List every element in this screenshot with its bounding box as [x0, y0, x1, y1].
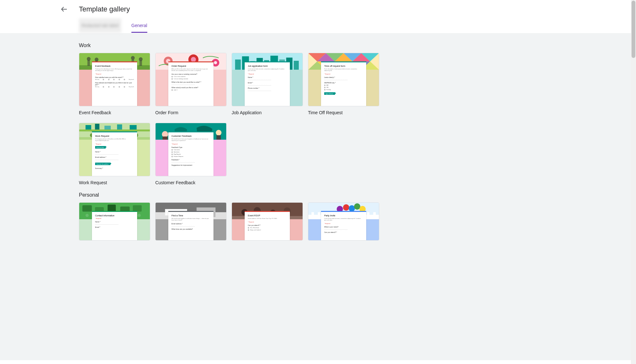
template-label: Order Form — [155, 110, 227, 115]
svg-rect-48 — [117, 124, 122, 130]
template-card-job-application[interactable]: Job application form Lorem ipsum dolor s… — [232, 53, 303, 115]
form-title: Event RSVP — [248, 214, 287, 217]
template-grid-personal: Contact information * Required Name * Em… — [79, 202, 379, 241]
svg-rect-60 — [82, 205, 92, 212]
svg-rect-47 — [104, 126, 111, 130]
svg-point-57 — [216, 130, 221, 136]
svg-point-85 — [349, 205, 355, 212]
template-card-contact-information[interactable]: Contact information * Required Name * Em… — [79, 202, 150, 241]
template-thumb: Party Invite Lorem ipsum dolor sit amet,… — [308, 202, 379, 241]
template-card-rsvp[interactable]: Event RSVP Event address: 123 Your Stree… — [232, 202, 303, 241]
template-card-work-request[interactable]: Work Request If emergency please call fa… — [79, 123, 150, 185]
svg-point-17 — [214, 61, 217, 64]
svg-rect-80 — [311, 212, 314, 219]
form-title: Party Invite — [324, 214, 363, 217]
tabs: Redacted tab label General — [0, 18, 636, 33]
svg-rect-82 — [367, 212, 369, 219]
content-area: Work — [0, 33, 636, 360]
svg-rect-49 — [130, 125, 137, 130]
back-arrow-icon[interactable] — [60, 5, 68, 13]
scrollbar-thumb[interactable] — [632, 1, 635, 58]
svg-rect-19 — [235, 60, 241, 70]
template-card-order-form[interactable]: Order Request After you fill out this or… — [155, 53, 227, 115]
svg-rect-45 — [86, 125, 91, 130]
template-card-party-invite[interactable]: Party Invite Lorem ipsum dolor sit amet,… — [308, 202, 379, 241]
section-title-personal: Personal — [79, 185, 379, 202]
template-thumb: Work Request If emergency please call fa… — [79, 123, 150, 176]
template-thumb: Event feedback Thank you for attending o… — [79, 53, 150, 106]
tab-general[interactable]: General — [131, 18, 147, 33]
svg-rect-58 — [216, 135, 221, 140]
svg-point-65 — [86, 214, 89, 217]
template-label: Job Application — [232, 110, 303, 115]
scrollbar[interactable] — [631, 0, 636, 360]
svg-rect-27 — [294, 61, 299, 70]
form-title: Work Request — [95, 135, 134, 137]
template-label: Time Off Request — [308, 110, 379, 115]
svg-rect-81 — [318, 212, 320, 219]
svg-rect-7 — [87, 60, 90, 66]
form-title: Order Request — [171, 65, 210, 67]
form-title: Event feedback — [95, 65, 134, 67]
template-label: Customer Feedback — [155, 180, 227, 185]
form-title: Find a Time — [171, 214, 210, 217]
template-thumb: Order Request After you fill out this or… — [155, 53, 227, 106]
template-label: Work Request — [79, 180, 150, 185]
template-thumb: Job application form Lorem ipsum dolor s… — [232, 53, 303, 106]
template-thumb: Find a Time We need to get together to t… — [155, 202, 227, 241]
template-label: Event Feedback — [79, 110, 150, 115]
section-title-work: Work — [79, 36, 379, 53]
svg-rect-64 — [133, 205, 142, 212]
form-title: Time off request form — [324, 65, 363, 67]
svg-rect-10 — [139, 60, 142, 66]
header: Template gallery — [0, 0, 636, 18]
template-card-event-feedback[interactable]: Event feedback Thank you for attending o… — [79, 53, 150, 115]
template-card-time-off-request[interactable]: Time off request form Form description. … — [308, 53, 379, 115]
template-thumb: Time off request form Form description. … — [308, 53, 379, 106]
svg-point-67 — [137, 214, 141, 217]
tab-org[interactable]: Redacted tab label — [79, 18, 121, 33]
form-title: Contact information — [95, 214, 134, 217]
svg-point-86 — [354, 203, 360, 210]
form-title: Customer Feedback — [171, 135, 210, 137]
svg-point-5 — [131, 56, 135, 60]
svg-rect-56 — [163, 136, 168, 140]
template-thumb: Customer Feedback We would love to hear … — [155, 123, 227, 176]
template-thumb: Contact information * Required Name * Em… — [79, 202, 150, 241]
template-thumb: Event RSVP Event address: 123 Your Stree… — [232, 202, 303, 241]
form-title: Job application form — [248, 65, 287, 67]
svg-rect-46 — [95, 124, 100, 130]
svg-rect-83 — [373, 212, 376, 219]
template-card-find-a-time[interactable]: Find a Time We need to get together to t… — [155, 202, 227, 241]
svg-point-84 — [343, 204, 349, 211]
template-grid-work: Event feedback Thank you for attending o… — [79, 53, 379, 185]
page-title: Template gallery — [79, 5, 130, 13]
template-card-customer-feedback[interactable]: Customer Feedback We would love to hear … — [155, 123, 227, 185]
svg-rect-62 — [108, 205, 116, 212]
